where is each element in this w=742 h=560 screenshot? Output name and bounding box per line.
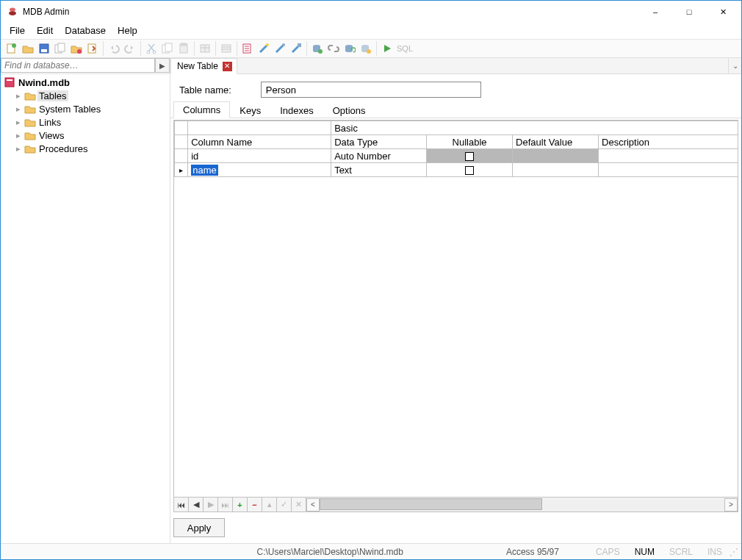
cell-name[interactable]: id bbox=[188, 149, 331, 163]
expand-icon[interactable]: ▸ bbox=[14, 91, 23, 101]
subtab-keys[interactable]: Keys bbox=[230, 102, 270, 118]
cut-icon[interactable] bbox=[143, 40, 159, 57]
subtab-columns[interactable]: Columns bbox=[173, 101, 230, 118]
copy-db-icon[interactable] bbox=[52, 40, 68, 57]
cell-default[interactable] bbox=[513, 149, 599, 163]
hdr-default[interactable]: Default Value bbox=[513, 135, 599, 149]
nav-post-icon[interactable]: ✓ bbox=[277, 498, 292, 511]
link-icon[interactable] bbox=[325, 40, 342, 57]
hdr-data-type[interactable]: Data Type bbox=[331, 135, 427, 149]
tab-close-icon[interactable]: ✕ bbox=[223, 62, 232, 71]
wand3-icon[interactable] bbox=[288, 40, 304, 57]
db-gear-icon[interactable] bbox=[358, 40, 374, 57]
table-row[interactable]: id Auto Number bbox=[175, 149, 739, 163]
tab-new-table[interactable]: New Table ✕ bbox=[170, 58, 237, 74]
search-go-button[interactable]: ▶ bbox=[155, 58, 170, 73]
tab-label: New Table bbox=[177, 61, 218, 71]
hdr-nullable[interactable]: Nullable bbox=[427, 135, 513, 149]
expand-icon[interactable]: ▸ bbox=[14, 144, 23, 154]
table-row[interactable]: ▸ name Text bbox=[175, 163, 739, 177]
tab-overflow-button[interactable]: ⌄ bbox=[728, 58, 741, 73]
table-name-label: Table name: bbox=[179, 85, 231, 96]
open-icon[interactable] bbox=[20, 40, 36, 57]
tree-node-links[interactable]: ▸ Links bbox=[1, 115, 170, 129]
export-icon[interactable] bbox=[84, 40, 101, 57]
paste-icon[interactable] bbox=[176, 40, 192, 57]
wand1-icon[interactable] bbox=[256, 40, 272, 57]
minimize-button[interactable]: – bbox=[638, 1, 672, 22]
scroll-right-icon[interactable]: > bbox=[724, 498, 738, 511]
undo-icon[interactable] bbox=[106, 40, 122, 57]
run-icon[interactable] bbox=[379, 40, 395, 57]
tab-bar: New Table ✕ ⌄ bbox=[170, 58, 741, 74]
maximize-button[interactable]: □ bbox=[672, 1, 706, 22]
cell-default[interactable] bbox=[513, 163, 599, 177]
search-input[interactable] bbox=[1, 58, 155, 73]
cell-desc[interactable] bbox=[599, 163, 738, 177]
apply-button[interactable]: Apply bbox=[173, 518, 225, 537]
nav-prev-icon[interactable]: ◀ bbox=[189, 498, 203, 511]
svg-point-3 bbox=[12, 43, 16, 48]
cell-type[interactable]: Auto Number bbox=[331, 149, 427, 163]
expand-icon[interactable]: ▸ bbox=[14, 118, 23, 127]
hdr-column-name[interactable]: Column Name bbox=[188, 135, 331, 149]
svg-point-1 bbox=[10, 7, 15, 11]
copy-icon[interactable] bbox=[159, 40, 176, 57]
grid-hscroll[interactable]: < > bbox=[306, 498, 738, 511]
database-icon bbox=[4, 76, 15, 88]
folder-icon bbox=[24, 103, 36, 115]
table-name-row: Table name: bbox=[170, 74, 741, 102]
scroll-thumb[interactable] bbox=[320, 498, 542, 510]
expand-icon[interactable]: ▸ bbox=[14, 131, 23, 140]
tree-node-procedures[interactable]: ▸ Procedures bbox=[1, 142, 170, 155]
expand-icon[interactable]: ▸ bbox=[14, 104, 23, 114]
wand2-icon[interactable] bbox=[272, 40, 288, 57]
hdr-description[interactable]: Description bbox=[599, 135, 738, 149]
db-refresh-icon[interactable] bbox=[342, 40, 358, 57]
scroll-left-icon[interactable]: < bbox=[306, 498, 320, 511]
tree-root[interactable]: Nwind.mdb bbox=[1, 76, 170, 89]
nav-cancel-icon[interactable]: ✕ bbox=[292, 498, 306, 511]
nav-last-icon[interactable]: ⏭ bbox=[218, 498, 233, 511]
script-icon[interactable] bbox=[239, 40, 256, 57]
tree-node-systables[interactable]: ▸ System Tables bbox=[1, 102, 170, 115]
status-engine: Access 95/97 bbox=[499, 547, 566, 557]
cell-desc[interactable] bbox=[599, 149, 738, 163]
group-basic: Basic bbox=[331, 121, 738, 135]
nav-edit-icon[interactable]: ▴ bbox=[262, 498, 277, 511]
tree-node-views[interactable]: ▸ Views bbox=[1, 129, 170, 142]
redo-icon[interactable] bbox=[122, 40, 138, 57]
menu-edit[interactable]: Edit bbox=[31, 24, 59, 37]
subtab-indexes[interactable]: Indexes bbox=[270, 102, 323, 118]
menu-help[interactable]: Help bbox=[112, 24, 143, 37]
cell-name[interactable]: name bbox=[188, 163, 331, 177]
folder-icon bbox=[24, 90, 36, 101]
nav-first-icon[interactable]: ⏮ bbox=[174, 498, 189, 511]
tree-node-tables[interactable]: ▸ Tables bbox=[1, 89, 170, 102]
svg-rect-34 bbox=[5, 78, 14, 87]
svg-rect-35 bbox=[7, 79, 12, 81]
table-name-input[interactable] bbox=[261, 82, 481, 98]
cell-nullable[interactable] bbox=[427, 163, 513, 177]
cell-type[interactable]: Text bbox=[331, 163, 427, 177]
table-icon[interactable] bbox=[197, 40, 213, 57]
toolbar: SQL bbox=[1, 39, 741, 58]
folder-db-icon[interactable] bbox=[68, 40, 84, 57]
nav-add-icon[interactable]: + bbox=[233, 498, 248, 511]
resize-grip-icon[interactable]: ⋰ bbox=[730, 547, 741, 557]
close-button[interactable]: ✕ bbox=[706, 1, 740, 22]
nav-delete-icon[interactable]: − bbox=[248, 498, 262, 511]
status-ins: INS bbox=[700, 547, 730, 557]
cell-nullable[interactable] bbox=[427, 149, 513, 163]
db-tree[interactable]: Nwind.mdb ▸ Tables ▸ System Tables ▸ Lin… bbox=[1, 74, 170, 543]
new-icon[interactable] bbox=[4, 40, 20, 57]
save-icon[interactable] bbox=[36, 40, 52, 57]
svg-rect-7 bbox=[58, 43, 65, 51]
grid-icon[interactable] bbox=[218, 40, 234, 57]
db-add-icon[interactable] bbox=[309, 40, 325, 57]
subtab-options[interactable]: Options bbox=[323, 102, 375, 118]
columns-grid[interactable]: Basic Text Column Name Data Type Nullabl… bbox=[173, 120, 738, 498]
menu-database[interactable]: Database bbox=[59, 24, 112, 37]
nav-next-icon[interactable]: ▶ bbox=[203, 498, 218, 511]
menu-file[interactable]: File bbox=[4, 24, 31, 37]
